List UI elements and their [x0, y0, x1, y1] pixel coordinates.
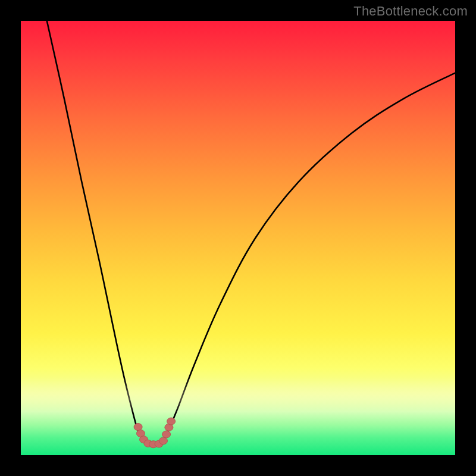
chart-frame: TheBottleneck.com	[0, 0, 476, 476]
bottleneck-curve	[47, 21, 455, 444]
marker-group	[134, 418, 175, 448]
curve-marker	[167, 418, 176, 425]
curve-svg	[21, 21, 455, 455]
watermark-text: TheBottleneck.com	[353, 4, 468, 19]
curve-marker	[159, 437, 167, 444]
plot-area	[21, 21, 455, 455]
curve-marker	[134, 424, 142, 431]
curve-marker	[162, 431, 171, 438]
